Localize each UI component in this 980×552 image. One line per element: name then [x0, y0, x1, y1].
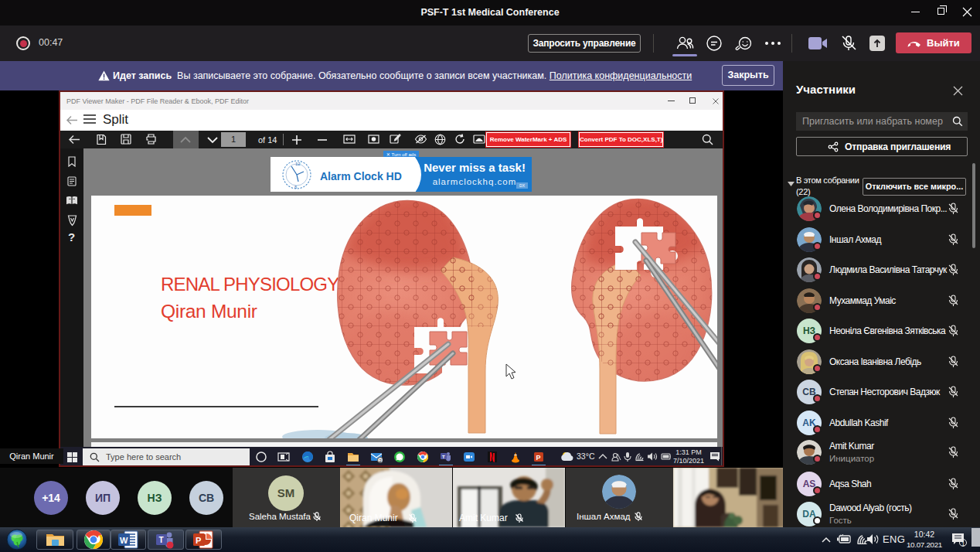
- svg-text:W: W: [120, 536, 128, 545]
- svg-text:12: 12: [295, 162, 301, 166]
- svg-text:Qiran Munir: Qiran Munir: [349, 513, 398, 523]
- svg-text:1: 1: [961, 540, 965, 547]
- svg-text:P: P: [196, 536, 201, 545]
- svg-text:T: T: [442, 455, 445, 459]
- svg-text:Amit Kumar: Amit Kumar: [459, 513, 508, 523]
- svg-text:T: T: [159, 536, 164, 544]
- svg-text:P: P: [536, 454, 541, 462]
